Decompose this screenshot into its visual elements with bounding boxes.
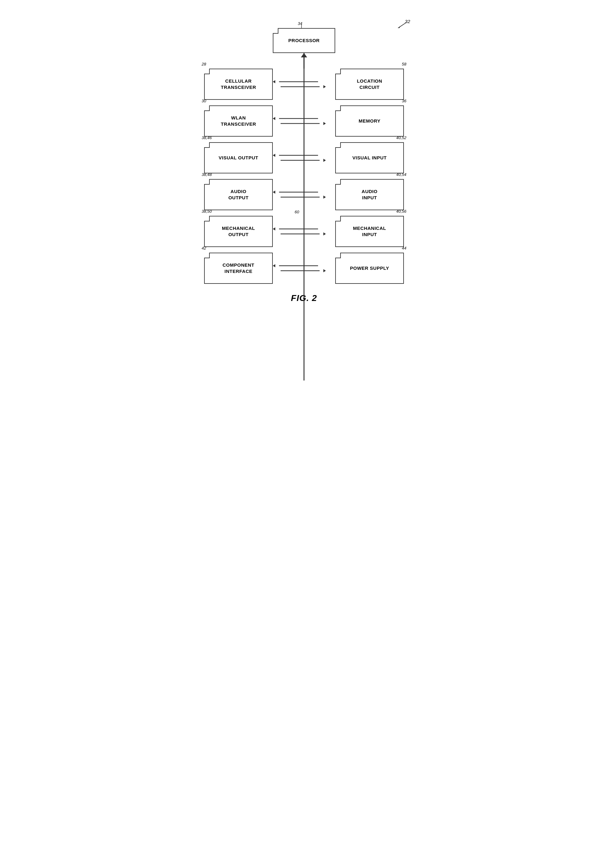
visual-output-box: VISUAL OUTPUT (204, 142, 273, 174)
ref-audio-input: 40,54 (396, 172, 406, 177)
audio-input-label: AUDIO INPUT (362, 188, 378, 201)
mechanical-arrows (273, 222, 326, 241)
processor-up-arrow (295, 53, 313, 69)
power-supply-box: POWER SUPPLY (335, 253, 404, 284)
cellular-arrows (273, 75, 326, 94)
svg-marker-22 (323, 195, 326, 199)
wlan-transceiver-label: WLAN TRANSCEIVER (221, 115, 256, 127)
component-interface-label: COMPONENT INTERFACE (222, 262, 254, 275)
ref-32-arrow (398, 22, 407, 28)
svg-marker-8 (273, 80, 275, 83)
svg-marker-6 (301, 53, 307, 57)
cellular-transceiver-label: CELLULAR TRANSCEIVER (221, 78, 256, 91)
mechanical-output-label: MECHANICAL OUTPUT (222, 225, 255, 238)
mechanical-input-box: MECHANICAL INPUT (335, 216, 404, 247)
audio-output-box: AUDIO OUTPUT (204, 179, 273, 210)
ref-mechanical-input: 40,56 (396, 209, 406, 214)
processor-box: PROCESSOR (273, 28, 335, 53)
ref-cellular: 28 (202, 62, 206, 67)
processor-label: PROCESSOR (288, 37, 320, 44)
wlan-transceiver-box: WLAN TRANSCEIVER (204, 105, 273, 136)
ref-memory: 36 (402, 99, 406, 103)
ref-bus-60: 60 (295, 209, 299, 214)
mechanical-input-label: MECHANICAL INPUT (353, 225, 386, 238)
svg-line-0 (399, 22, 406, 28)
svg-marker-28 (273, 264, 275, 267)
visual-arrows (273, 149, 326, 167)
svg-marker-30 (323, 269, 326, 272)
svg-marker-12 (273, 117, 275, 120)
ref-component-interface: 42 (202, 246, 206, 250)
location-circuit-box: LOCATION CIRCUIT (335, 69, 404, 100)
audio-output-label: AUDIO OUTPUT (229, 188, 249, 201)
audio-arrows (273, 185, 326, 204)
ref-visual-input: 40,52 (396, 135, 406, 140)
ref-audio-output: 38,48 (202, 172, 212, 177)
ref-mechanical-output: 38,50 (202, 209, 212, 214)
ref-visual-output: 38,46 (202, 135, 212, 140)
mechanical-output-box: MECHANICAL OUTPUT (204, 216, 273, 247)
audio-input-box: AUDIO INPUT (335, 179, 404, 210)
svg-marker-18 (323, 159, 326, 162)
power-supply-label: POWER SUPPLY (350, 265, 389, 271)
location-circuit-label: LOCATION CIRCUIT (357, 78, 382, 91)
svg-marker-10 (323, 85, 326, 88)
wlan-arrows (273, 112, 326, 130)
svg-marker-14 (323, 122, 326, 125)
svg-marker-20 (273, 191, 275, 194)
component-interface-box: COMPONENT INTERFACE (204, 253, 273, 284)
memory-label: MEMORY (359, 118, 381, 124)
svg-marker-24 (273, 227, 275, 231)
ref-power-supply: 44 (402, 246, 406, 250)
ref-location: 58 (402, 62, 406, 67)
memory-box: MEMORY (335, 105, 404, 136)
visual-input-label: VISUAL INPUT (352, 155, 387, 161)
svg-marker-26 (323, 232, 326, 236)
cellular-transceiver-box: CELLULAR TRANSCEIVER (204, 69, 273, 100)
ref-wlan: 30 (202, 99, 206, 103)
svg-marker-16 (273, 154, 275, 157)
visual-input-box: VISUAL INPUT (335, 142, 404, 174)
visual-output-label: VISUAL OUTPUT (218, 155, 258, 161)
component-arrows (273, 259, 326, 277)
